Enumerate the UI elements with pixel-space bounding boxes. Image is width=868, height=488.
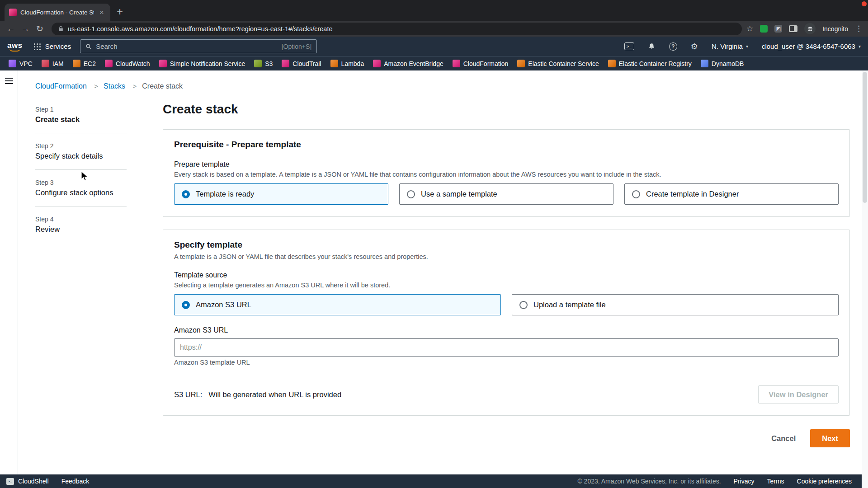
radio-option-tile[interactable]: Template is ready	[174, 183, 388, 205]
incognito-avatar-icon[interactable]	[804, 23, 816, 34]
footer-link[interactable]: Terms	[767, 478, 784, 485]
favorite-bookmark[interactable]: CloudWatch	[101, 60, 154, 67]
footer-link[interactable]: Privacy	[734, 478, 755, 485]
favorite-bookmark[interactable]: DynamoDB	[697, 60, 748, 67]
cloudshell-icon[interactable]: >_	[624, 42, 634, 50]
radio-icon	[182, 190, 190, 198]
favorites-bar: VPC IAM EC2 CloudWatch Simple Notificati…	[0, 56, 868, 70]
services-menu[interactable]: Services	[33, 42, 71, 50]
view-in-designer-button[interactable]: View in Designer	[758, 385, 839, 404]
step-number: Step 4	[35, 216, 127, 223]
radio-icon	[182, 301, 190, 309]
radio-icon	[519, 301, 528, 309]
service-icon	[9, 60, 16, 67]
extension-icon[interactable]	[760, 25, 768, 33]
service-icon	[73, 60, 80, 67]
page-content: Create stack Prerequisite - Prepare temp…	[127, 93, 868, 474]
console-search-input[interactable]: Search [Option+S]	[80, 39, 317, 53]
cloudshell-icon: >_	[6, 478, 14, 485]
footer-link[interactable]: Cookie preferences	[797, 478, 852, 485]
reload-icon[interactable]: ↻	[33, 24, 47, 33]
browser-tab[interactable]: CloudFormation - Create Stac ×	[5, 4, 110, 21]
s3-url-label: Amazon S3 URL	[174, 326, 839, 334]
favorite-bookmark[interactable]: CloudTrail	[278, 60, 325, 67]
scrollbar-thumb[interactable]	[863, 72, 867, 203]
s3-url-help-text: Amazon S3 template URL	[174, 359, 839, 366]
s3-url-input[interactable]	[174, 338, 839, 357]
prepare-template-label: Prepare template	[174, 160, 839, 169]
notifications-bell-icon[interactable]	[648, 42, 656, 50]
breadcrumb: CloudFormation > Stacks > Create stack >	[18, 70, 868, 93]
favorite-bookmark[interactable]: VPC	[5, 60, 37, 67]
step-divider	[35, 206, 127, 206]
favorite-bookmark[interactable]: Elastic Container Registry	[604, 60, 696, 67]
search-shortcut-hint: [Option+S]	[282, 43, 312, 50]
page-title: Create stack	[163, 102, 850, 117]
service-icon	[453, 60, 460, 67]
favorite-bookmark[interactable]: EC2	[69, 60, 100, 67]
incognito-label: Incognito	[822, 25, 848, 33]
favorite-bookmark[interactable]: Amazon EventBridge	[369, 60, 448, 67]
favorite-bookmark[interactable]: Elastic Container Service	[513, 60, 603, 67]
back-icon[interactable]: ←	[4, 24, 18, 33]
breadcrumb-item[interactable]: Create stack	[142, 82, 183, 90]
new-tab-button[interactable]: +	[117, 6, 123, 17]
favorite-bookmark[interactable]: S3	[250, 60, 277, 67]
aws-logo[interactable]: aws	[7, 42, 23, 52]
extension-icon[interactable]: ◩	[774, 25, 782, 33]
page-scrollbar[interactable]	[862, 71, 868, 488]
radio-option-tile[interactable]: Create template in Designer	[624, 183, 839, 205]
lock-icon	[58, 26, 64, 32]
url-text: us-east-1.console.aws.amazon.com/cloudfo…	[68, 25, 333, 33]
wizard-step: Step 3 Configure stack options	[35, 179, 127, 206]
favorite-bookmark[interactable]: IAM	[38, 60, 68, 67]
search-placeholder: Search	[96, 42, 118, 50]
favorite-bookmark[interactable]: CloudFormation	[448, 60, 513, 67]
step-number: Step 2	[35, 142, 127, 150]
step-number: Step 1	[35, 106, 127, 113]
prepare-template-description: Every stack is based on a template. A te…	[174, 171, 839, 178]
settings-gear-icon[interactable]: ⚙	[691, 42, 698, 51]
side-nav-rail	[0, 70, 18, 474]
wizard-step: Step 2 Specify stack details	[35, 142, 127, 170]
radio-option-tile[interactable]: Upload a template file	[512, 294, 839, 315]
favorite-bookmark[interactable]: Simple Notification Service	[155, 60, 250, 67]
breadcrumb-chevron-icon: >	[133, 82, 137, 90]
breadcrumb-item[interactable]: CloudFormation	[35, 82, 87, 90]
radio-option-tile[interactable]: Use a sample template	[399, 183, 613, 205]
search-icon	[85, 43, 92, 50]
card-heading: Specify template	[174, 240, 839, 250]
hamburger-menu-icon[interactable]	[5, 78, 13, 474]
step-label: Review	[35, 225, 127, 234]
browser-toolbar: ← → ↻ us-east-1.console.aws.amazon.com/c…	[0, 21, 868, 37]
next-button[interactable]: Next	[810, 429, 850, 447]
caret-down-icon: ▾	[859, 44, 861, 49]
bookmark-star-icon[interactable]: ☆	[746, 25, 753, 33]
step-label: Create stack	[35, 115, 127, 124]
cloudshell-footer-button[interactable]: >_ CloudShell	[6, 478, 49, 485]
favorite-bookmark[interactable]: Lambda	[326, 60, 368, 67]
feedback-link[interactable]: Feedback	[61, 478, 89, 485]
help-icon[interactable]: ?	[669, 42, 677, 51]
step-label: Specify stack details	[35, 152, 127, 160]
prerequisite-card: Prerequisite - Prepare template Prepare …	[163, 129, 850, 217]
radio-option-tile[interactable]: Amazon S3 URL	[174, 294, 501, 315]
cloudformation-favicon	[9, 9, 17, 16]
service-icon	[254, 60, 262, 67]
tab-close-icon[interactable]: ×	[98, 8, 106, 17]
cancel-button[interactable]: Cancel	[762, 429, 805, 447]
region-selector[interactable]: N. Virginia▾	[712, 42, 748, 50]
side-panel-icon[interactable]	[789, 25, 797, 32]
service-icon	[105, 60, 113, 67]
service-icon	[159, 60, 167, 67]
service-icon	[517, 60, 525, 67]
address-bar[interactable]: us-east-1.console.aws.amazon.com/cloudfo…	[52, 23, 742, 35]
account-menu[interactable]: cloud_user @ 3484-6547-6063▾	[762, 42, 861, 50]
forward-icon[interactable]: →	[18, 24, 33, 33]
browser-menu-icon[interactable]: ⋮	[855, 25, 863, 33]
breadcrumb-item[interactable]: Stacks	[104, 82, 125, 90]
service-icon	[330, 60, 338, 67]
aws-console-header: aws Services Search [Option+S] >_ ? ⚙ N.…	[0, 37, 868, 56]
service-icon	[42, 60, 49, 67]
radio-icon	[632, 190, 640, 198]
